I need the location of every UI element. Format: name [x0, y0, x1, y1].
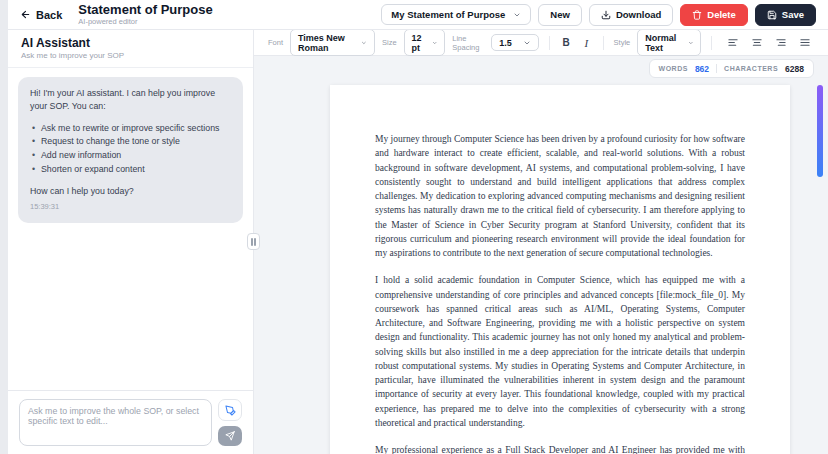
scrollbar-thumb[interactable] — [817, 85, 823, 177]
chat-history: Hi! I'm your AI assistant. I can help yo… — [8, 68, 253, 232]
characters-label: CHARACTERS — [724, 65, 778, 72]
chat-buttons — [218, 399, 242, 446]
document-select[interactable]: My Statement of Purpose — [381, 4, 531, 25]
align-center-button[interactable] — [748, 35, 766, 51]
font-select-value: Times New Roman — [298, 33, 355, 53]
back-button[interactable]: Back — [20, 9, 62, 21]
document-paragraph[interactable]: I hold a solid academic foundation in Co… — [375, 273, 745, 430]
grip-icon — [251, 238, 256, 246]
font-select[interactable]: Times New Roman — [290, 29, 375, 56]
align-left-button[interactable] — [724, 35, 742, 51]
font-label: Font — [268, 38, 283, 47]
list-item: Add new information — [32, 149, 231, 162]
page-subtitle: AI-powered editor — [78, 17, 212, 26]
align-right-button[interactable] — [772, 35, 790, 51]
title-block: Statement of Purpose AI-powered editor — [78, 3, 212, 27]
chevron-down-icon — [361, 39, 367, 47]
send-button[interactable] — [218, 426, 242, 446]
format-toolbar: Font Times New Roman Size 12 pt Line Spa… — [254, 30, 828, 56]
ai-assistant-panel: AI Assistant Ask me to improve your SOP … — [8, 30, 254, 454]
download-button-label: Download — [616, 9, 661, 20]
ai-assistant-header: AI Assistant Ask me to improve your SOP — [8, 30, 253, 68]
edit-selection-button[interactable] — [218, 399, 242, 421]
list-item: Shorten or expand content — [32, 163, 231, 176]
new-button[interactable]: New — [538, 4, 582, 26]
badge-divider — [716, 64, 717, 73]
italic-button[interactable]: I — [580, 34, 593, 51]
toolbar-divider — [711, 36, 712, 50]
align-left-icon — [727, 37, 739, 48]
align-justify-icon — [799, 37, 811, 48]
chevron-down-icon — [432, 39, 437, 47]
words-value: 862 — [695, 64, 709, 74]
assistant-message: Hi! I'm your AI assistant. I can help yo… — [18, 77, 243, 223]
chevron-down-icon — [513, 11, 521, 19]
size-select-value: 12 pt — [412, 33, 426, 53]
new-button-label: New — [550, 9, 570, 20]
document-page[interactable]: My journey through Computer Science has … — [330, 85, 790, 454]
size-label: Size — [382, 38, 397, 47]
save-button[interactable]: Save — [755, 4, 816, 26]
words-label: WORDS — [659, 65, 688, 72]
page-title: Statement of Purpose — [78, 3, 212, 18]
toolbar-divider — [549, 36, 550, 50]
list-item: Request to change the tone or style — [32, 135, 231, 148]
word-count-badge: WORDS 862 CHARACTERS 6288 — [649, 59, 814, 78]
assistant-message-intro: Hi! I'm your AI assistant. I can help yo… — [30, 87, 231, 113]
align-center-icon — [751, 37, 763, 48]
chevron-down-icon — [688, 39, 694, 47]
chevron-down-icon — [523, 39, 531, 47]
style-select[interactable]: Normal Text — [637, 29, 701, 56]
ai-assistant-title: AI Assistant — [21, 36, 240, 50]
download-icon — [601, 10, 611, 20]
bold-button[interactable]: B — [559, 34, 572, 51]
chat-input[interactable] — [19, 399, 212, 446]
style-label: Style — [614, 38, 631, 47]
arrow-left-icon — [20, 9, 31, 20]
document-paragraph[interactable]: My journey through Computer Science has … — [375, 132, 745, 260]
download-button[interactable]: Download — [589, 4, 673, 26]
delete-button-label: Delete — [707, 9, 736, 20]
document-select-value: My Statement of Purpose — [391, 9, 505, 20]
list-item: Ask me to rewrite or improve specific se… — [32, 122, 231, 135]
pen-icon — [225, 405, 236, 416]
save-icon — [767, 10, 777, 20]
line-spacing-label: Line Spacing — [452, 34, 484, 52]
header-bar: Back Statement of Purpose AI-powered edi… — [8, 0, 828, 30]
toolbar-divider — [603, 36, 604, 50]
style-select-value: Normal Text — [645, 33, 681, 53]
characters-value: 6288 — [785, 64, 804, 74]
header-actions: My Statement of Purpose New Download Del… — [381, 4, 816, 26]
send-icon — [225, 431, 235, 441]
assistant-message-outro: How can I help you today? — [30, 185, 231, 198]
sidebar-resize-handle[interactable] — [247, 233, 260, 250]
line-spacing-select-value: 1.5 — [499, 38, 512, 48]
alignment-group — [724, 35, 814, 51]
size-select[interactable]: 12 pt — [404, 29, 446, 56]
editor-area: Font Times New Roman Size 12 pt Line Spa… — [254, 30, 828, 454]
save-button-label: Save — [782, 9, 804, 20]
ai-assistant-subtitle: Ask me to improve your SOP — [21, 51, 240, 60]
document-paragraph[interactable]: My professional experience as a Full Sta… — [375, 443, 745, 454]
back-label: Back — [36, 9, 62, 21]
trash-icon — [692, 10, 702, 20]
align-justify-button[interactable] — [796, 35, 814, 51]
line-spacing-select[interactable]: 1.5 — [491, 34, 539, 51]
window-edge-strip — [0, 0, 8, 454]
assistant-message-bullets: Ask me to rewrite or improve specific se… — [32, 122, 231, 176]
document-canvas: WORDS 862 CHARACTERS 6288 My journey thr… — [254, 56, 828, 454]
align-right-icon — [775, 37, 787, 48]
message-timestamp: 15:39:31 — [30, 202, 231, 213]
chat-input-area — [8, 390, 253, 454]
delete-button[interactable]: Delete — [680, 4, 748, 26]
